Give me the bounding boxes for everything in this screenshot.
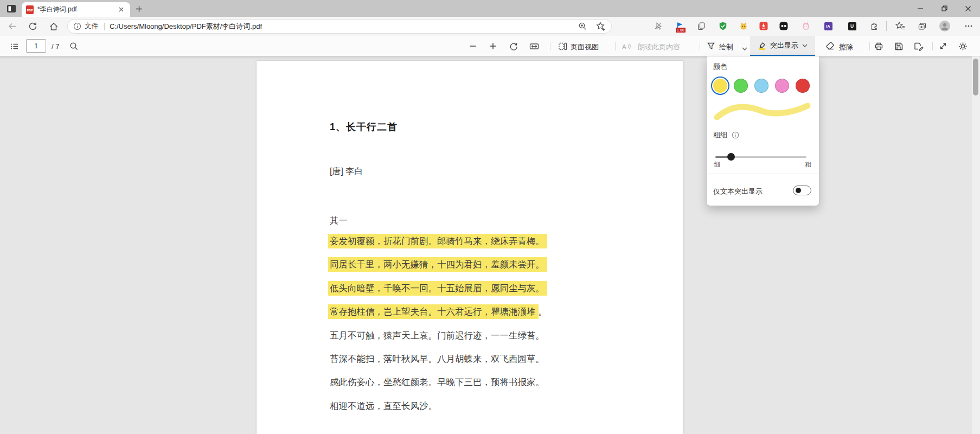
toc-button[interactable]	[9, 41, 19, 51]
tab-title: *李白诗词.pdf	[37, 5, 117, 14]
address-divider	[104, 23, 105, 30]
new-tab-button[interactable]	[134, 4, 144, 14]
toolbar-separator	[869, 42, 870, 50]
erase-button[interactable]	[825, 41, 835, 51]
ia-icon: IA	[824, 22, 832, 30]
zoom-out-button[interactable]	[468, 41, 478, 51]
rotate-button[interactable]	[509, 41, 518, 51]
extension-shield[interactable]	[718, 21, 728, 31]
rotate-icon	[509, 42, 518, 51]
color-swatch-green[interactable]	[734, 79, 748, 93]
plain-text: 五月不可触，猿声天上哀。门前迟行迹，一一生绿苔。	[330, 330, 545, 340]
active-tab[interactable]: PDF *李白诗词.pdf	[22, 2, 130, 17]
minimize-button[interactable]	[908, 0, 932, 17]
site-info-icon	[73, 22, 81, 30]
poem-line: 低头向暗壁，千唤不一回。十五始展眉，愿同尘与灰。	[330, 283, 547, 306]
tab-actions-icon	[6, 4, 17, 14]
color-swatch-light-blue[interactable]	[754, 79, 768, 93]
fit-to-width-button[interactable]	[529, 41, 539, 51]
plain-text: 苔深不能扫，落叶秋风早。八月胡蝶来，双飞西园草。	[330, 354, 545, 363]
extension-cat-yellow[interactable]	[739, 21, 748, 31]
toolbar-separator	[550, 42, 550, 50]
erase-label[interactable]: 擦除	[839, 42, 853, 52]
highlighted-text: 妾发初覆额，折花门前剧。郎骑竹马来，绕床弄青梅。	[328, 234, 547, 248]
zoom-page-button[interactable]	[578, 21, 588, 31]
extension-cursor[interactable]	[653, 21, 663, 31]
plain-text: 。	[539, 307, 548, 316]
draw-button[interactable]	[706, 41, 716, 51]
tab-actions-menu-button[interactable]	[5, 3, 17, 14]
url-text[interactable]: C:/Users/Mloong/Desktop/PDF素材/李白诗词.pdf	[110, 22, 570, 31]
highlight-button[interactable]: 突出显示	[750, 36, 815, 56]
page-number-input[interactable]	[27, 40, 46, 52]
pink-cat-outline-icon	[802, 22, 810, 30]
extension-ia[interactable]: IA	[823, 21, 833, 31]
vertical-scrollbar[interactable]	[972, 56, 980, 434]
plus-icon	[489, 42, 497, 50]
save-as-button[interactable]	[914, 41, 924, 51]
print-icon	[874, 42, 883, 51]
zoom-in-button[interactable]	[488, 41, 498, 51]
add-favorite-button[interactable]	[595, 21, 606, 31]
scrollbar-thumb[interactable]	[973, 59, 978, 95]
highlighted-text: 常存抱柱信，岂上望夫台。十六君远行，瞿塘滟滪堆	[328, 304, 539, 319]
page-view-button[interactable]	[558, 41, 567, 51]
green-shield-check-icon	[719, 22, 727, 30]
color-swatch-yellow[interactable]	[713, 79, 727, 93]
flag-badge: 1.00	[676, 28, 686, 33]
star-plus-icon	[596, 22, 606, 31]
address-bar[interactable]: 文件 C:/Users/Mloong/Desktop/PDF素材/李白诗词.pd…	[67, 19, 612, 34]
profile-avatar[interactable]	[939, 21, 950, 31]
home-button[interactable]	[48, 21, 59, 31]
puzzle-icon	[869, 22, 879, 31]
tab-close-button[interactable]	[117, 5, 126, 14]
browser-menu-button[interactable]	[964, 21, 973, 31]
expand-icon	[939, 42, 947, 50]
search-document-button[interactable]	[69, 41, 79, 51]
save-button[interactable]	[894, 41, 904, 51]
back-button[interactable]	[7, 21, 17, 31]
page-total-label: / 7	[52, 42, 59, 50]
ellipsis-icon	[964, 22, 973, 30]
color-swatch-red[interactable]	[796, 79, 810, 93]
info-icon[interactable]	[732, 131, 739, 139]
page-view-label[interactable]: 页面视图	[571, 42, 599, 52]
poem-line: 相迎不道远，直至长风沙。	[330, 400, 547, 424]
pdf-settings-button[interactable]	[958, 41, 968, 51]
refresh-icon	[28, 22, 37, 31]
eraser-icon	[825, 42, 835, 51]
extensions-menu-button[interactable]	[869, 21, 879, 31]
favorites-button[interactable]	[895, 21, 905, 31]
extension-cat-pink[interactable]	[801, 21, 811, 31]
chevron-down-icon[interactable]	[802, 44, 808, 47]
restore-icon	[941, 5, 948, 12]
print-button[interactable]	[874, 41, 883, 51]
thickness-slider-thumb[interactable]	[727, 153, 735, 161]
poem-section-label: 其一	[330, 215, 348, 227]
extension-eyes[interactable]	[779, 21, 789, 31]
toolbar-separator	[700, 42, 700, 50]
yellow-cat-icon	[739, 22, 748, 30]
read-aloud-icon: A	[622, 42, 631, 51]
extension-u[interactable]: U	[847, 21, 857, 31]
table-of-contents-icon	[10, 42, 19, 51]
plain-text: 感此伤妾心，坐愁红颜老。早晚下三巴，预将书报家。	[330, 377, 545, 387]
color-swatch-pink[interactable]	[775, 79, 789, 93]
restore-button[interactable]	[932, 0, 956, 17]
thickness-slider[interactable]	[715, 154, 806, 161]
toolbar-separator	[615, 42, 616, 50]
refresh-button[interactable]	[28, 21, 38, 31]
text-only-toggle[interactable]	[793, 186, 811, 195]
poem-author: [唐] 李白	[330, 166, 363, 177]
poem-line: 五月不可触，猿声天上哀。门前迟行迹，一一生绿苔。	[330, 330, 547, 353]
collections-button[interactable]	[917, 21, 927, 31]
collections-plus-icon	[918, 22, 927, 31]
draw-label[interactable]: 绘制	[719, 42, 733, 52]
extension-copy[interactable]	[696, 21, 706, 31]
close-window-button[interactable]	[956, 0, 980, 17]
tab-bar: PDF *李白诗词.pdf	[0, 0, 980, 17]
draw-dropdown-chevron[interactable]	[740, 44, 750, 54]
read-aloud-label: 朗读此页内容	[638, 42, 680, 52]
fullscreen-button[interactable]	[938, 41, 948, 51]
extension-downloader[interactable]	[759, 21, 768, 31]
